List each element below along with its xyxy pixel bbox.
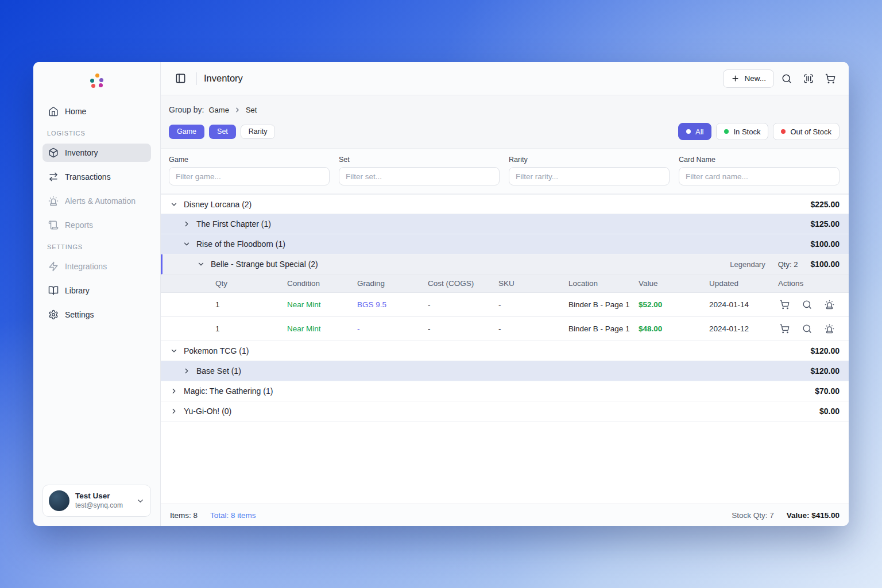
sidebar-item-inventory[interactable]: Inventory: [42, 144, 151, 162]
filter-label: Card Name: [679, 156, 840, 164]
chevron-right-icon: [183, 220, 191, 228]
panel-left-icon: [175, 73, 186, 84]
col-header-grading: Grading: [357, 279, 428, 288]
book-open-icon: [48, 285, 59, 296]
chevron-down-icon: [170, 347, 178, 355]
group-row-pokemon[interactable]: Pokemon TCG (1) $120.00: [161, 341, 849, 361]
new-button[interactable]: New...: [723, 69, 774, 88]
cart-button[interactable]: [821, 69, 840, 88]
filter-label: Set: [339, 156, 500, 164]
group-value: $120.00: [810, 346, 840, 355]
row-actions: [778, 323, 849, 335]
filter-field-card-name: Card Name: [679, 156, 840, 185]
sidebar-item-integrations[interactable]: Integrations: [42, 257, 151, 276]
divider: [196, 72, 197, 85]
avatar: [49, 490, 69, 511]
group-row-magic[interactable]: Magic: The Gathering (1) $70.00: [161, 381, 849, 401]
sidebar: Home LOGISTICS Inventory Transactions Al…: [33, 62, 161, 526]
inventory-tree: Disney Lorcana (2) $225.00 The First Cha…: [161, 194, 849, 504]
card-value: $100.00: [810, 260, 840, 269]
stock-filter-label: All: [695, 127, 703, 136]
search-icon: [802, 324, 812, 334]
card-row-belle[interactable]: Belle - Strange but Special (2) Legendar…: [161, 254, 849, 274]
out-of-stock-dot-icon: [781, 129, 786, 134]
total-value: Value: $415.00: [787, 511, 840, 520]
group-value: $70.00: [815, 386, 840, 396]
siren-icon: [825, 300, 834, 310]
sidebar-item-settings[interactable]: Settings: [42, 305, 151, 324]
sidebar-item-library[interactable]: Library: [42, 281, 151, 300]
alert-button[interactable]: [823, 323, 835, 335]
chevron-right-icon: [170, 387, 178, 395]
groupby-section: Group by: Game Set Game Set Rarity All I…: [161, 95, 849, 149]
sidebar-item-transactions[interactable]: Transactions: [42, 168, 151, 186]
sidebar-item-home[interactable]: Home: [42, 102, 151, 121]
stock-filter-all[interactable]: All: [678, 123, 711, 140]
cell-sku: -: [498, 324, 568, 333]
barcode-scan-button[interactable]: [799, 69, 818, 88]
cell-value: $48.00: [639, 324, 709, 333]
filter-field-set: Set: [339, 156, 500, 185]
cell-updated: 2024-01-12: [709, 324, 778, 333]
item-row[interactable]: 1 Near Mint - - - Binder B - Page 1 $48.…: [161, 317, 849, 341]
game-filter-input[interactable]: [169, 167, 330, 185]
shopping-cart-icon: [780, 324, 790, 334]
stock-filter-in-stock[interactable]: In Stock: [716, 123, 768, 140]
group-row-disney-lorcana[interactable]: Disney Lorcana (2) $225.00: [161, 194, 849, 214]
search-icon: [802, 300, 812, 310]
add-to-cart-button[interactable]: [778, 323, 791, 335]
arrows-left-right-icon: [48, 172, 59, 182]
logo-dots-icon: [90, 72, 105, 87]
home-icon: [48, 106, 59, 117]
groupby-label: Group by:: [169, 105, 204, 114]
topbar: Inventory New...: [161, 62, 849, 95]
stock-filter-out-of-stock[interactable]: Out of Stock: [773, 123, 840, 140]
cell-updated: 2024-01-14: [709, 300, 778, 309]
item-row[interactable]: 1 Near Mint BGS 9.5 - - Binder B - Page …: [161, 293, 849, 317]
sidebar-item-alerts-automation[interactable]: Alerts & Automation: [42, 192, 151, 210]
package-icon: [48, 148, 59, 158]
items-table-header: Qty Condition Grading Cost (COGS) SKU Lo…: [161, 274, 849, 293]
group-row-rise-floodborn[interactable]: Rise of the Floodborn (1) $100.00: [161, 234, 849, 254]
cell-condition: Near Mint: [287, 324, 357, 333]
groupby-chip-rarity[interactable]: Rarity: [241, 125, 276, 139]
group-label: The First Chapter (1): [196, 219, 271, 229]
group-row-yugioh[interactable]: Yu-Gi-Oh! (0) $0.00: [161, 401, 849, 421]
inspect-button[interactable]: [800, 323, 813, 335]
group-value: $0.00: [819, 407, 840, 416]
user-meta: Test User test@synq.com: [75, 492, 130, 510]
cell-cost: -: [428, 324, 498, 333]
filter-field-game: Game: [169, 156, 330, 185]
items-count: Items: 8: [170, 511, 198, 520]
in-stock-dot-icon: [724, 129, 729, 134]
stock-filter-group: All In Stock Out of Stock: [678, 123, 840, 140]
new-button-label: New...: [744, 74, 766, 83]
app-logo: [33, 62, 160, 98]
inspect-button[interactable]: [800, 299, 813, 311]
page-title: Inventory: [204, 73, 243, 84]
set-filter-input[interactable]: [339, 167, 500, 185]
card-name-filter-input[interactable]: [679, 167, 840, 185]
search-button[interactable]: [777, 69, 796, 88]
stock-filter-label: Out of Stock: [790, 127, 831, 136]
plus-icon: [731, 74, 740, 83]
rarity-badge: Legendary: [730, 260, 765, 269]
chevron-down-icon: [136, 497, 145, 505]
siren-icon: [48, 196, 59, 206]
user-menu[interactable]: Test User test@synq.com: [42, 485, 151, 517]
total-items-link[interactable]: Total: 8 items: [210, 511, 256, 520]
sidebar-item-reports[interactable]: Reports: [42, 216, 151, 234]
add-to-cart-button[interactable]: [778, 299, 791, 311]
group-row-base-set[interactable]: Base Set (1) $120.00: [161, 361, 849, 381]
group-row-first-chapter[interactable]: The First Chapter (1) $125.00: [161, 214, 849, 234]
groupby-chip-game[interactable]: Game: [169, 125, 204, 139]
sidebar-section-logistics: LOGISTICS: [47, 130, 151, 137]
cell-grading: BGS 9.5: [357, 300, 428, 309]
search-icon: [782, 74, 792, 84]
chevron-down-icon: [170, 200, 178, 208]
groupby-chip-set[interactable]: Set: [209, 125, 236, 139]
sidebar-toggle-button[interactable]: [171, 69, 189, 88]
alert-button[interactable]: [823, 299, 835, 311]
rarity-filter-input[interactable]: [509, 167, 670, 185]
siren-icon: [825, 324, 834, 334]
